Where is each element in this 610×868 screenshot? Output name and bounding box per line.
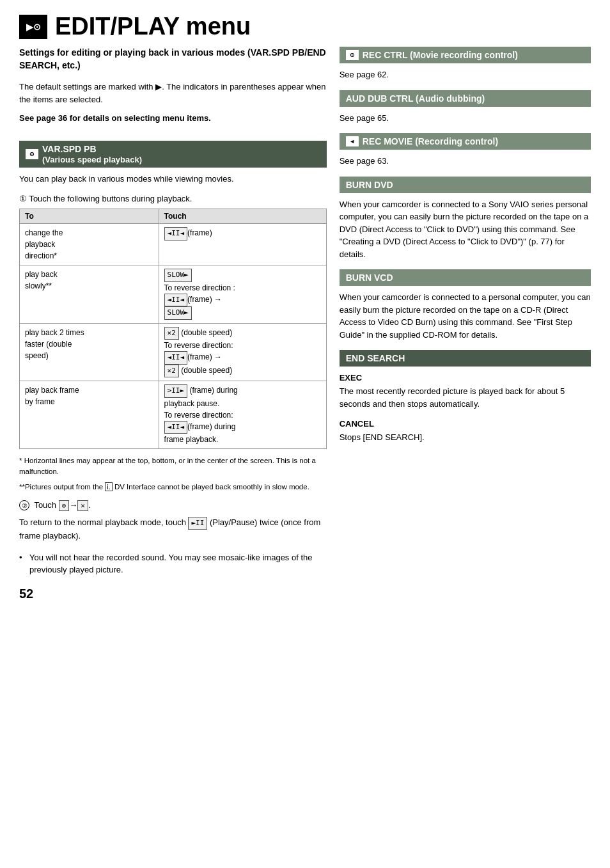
right-column: ⊙ REC CTRL (Movie recording control) See… (340, 47, 591, 601)
page-title-text: EDIT/PLAY menu (55, 13, 251, 40)
burn-dvd-header: BURN DVD (340, 177, 591, 193)
rec-movie-header: ◄ REC MOVIE (Recording control) (340, 133, 591, 150)
footnotes: * Horizontal lines may appear at the top… (19, 455, 327, 493)
table-col2: Touch (159, 209, 326, 224)
rec-ctrl-see: See page 62. (340, 68, 591, 81)
table-cell-to-2: play backslowly** (20, 265, 159, 324)
circle-2: ② (19, 500, 29, 510)
table-row: change theplaybackdirection* ◄II◄(frame) (20, 224, 327, 265)
exec-desc: The most recently recorded picture is pl… (340, 385, 591, 410)
end-search-section: END SEARCH EXEC The most recently record… (340, 350, 591, 444)
table-cell-touch-4: >II► (frame) during playback pause. To r… (159, 381, 326, 449)
table-row: play backslowly** SLOW► To reverse direc… (20, 265, 327, 324)
bullet-note: You will not hear the recorded sound. Yo… (19, 551, 327, 576)
edit-play-icon: ▶⊙ (19, 15, 47, 39)
page-number: 52 (19, 587, 327, 601)
rec-ctrl-icon: ⊙ (346, 50, 359, 60)
footnote-1: * Horizontal lines may appear at the top… (19, 455, 327, 478)
table-col1: To (20, 209, 159, 224)
normal-playback-text: To return to the normal playback mode, t… (19, 516, 327, 542)
frame-btn-3: ◄II◄ (164, 351, 188, 365)
rec-movie-see: See page 63. (340, 155, 591, 168)
frame-btn-2: ◄II◄ (164, 294, 188, 307)
cancel-desc: Stops [END SEARCH]. (340, 431, 591, 444)
var-spd-desc: You can play back in various modes while… (19, 173, 327, 185)
aud-dub-header: AUD DUB CTRL (Audio dubbing) (340, 90, 591, 107)
frame-btn-1: ◄II◄ (164, 227, 188, 241)
slow-btn: SLOW► (164, 269, 192, 282)
see-page: See page 36 for details on selecting men… (19, 112, 327, 125)
step1-text: ① Touch the following buttons during pla… (19, 194, 192, 203)
cancel-label: CANCEL (340, 419, 591, 429)
slow-btn-2: SLOW► (164, 306, 192, 320)
burn-vcd-desc: When your camcorder is connected to a pe… (340, 291, 591, 341)
exec-label: EXEC (340, 373, 591, 383)
x2-btn-2: ×2 (164, 365, 179, 378)
table-cell-touch-3: ×2 (double speed) To reverse direction: … (159, 323, 326, 381)
var-spd-pb-header: ⊙ VAR.SPD PB(Various speed playback) (19, 141, 327, 168)
table-cell-to-1: change theplaybackdirection* (20, 224, 159, 265)
aud-dub-see: See page 65. (340, 112, 591, 125)
frame-btn-4: ◄II◄ (164, 421, 188, 434)
end-search-header: END SEARCH (340, 350, 591, 367)
rec-btn: ⊙ (59, 500, 70, 511)
step2: ② Touch ⊙→✕. (19, 500, 327, 511)
frame-fwd-btn: >II► (164, 384, 188, 398)
playback-table: To Touch change theplaybackdirection* ◄I… (19, 209, 327, 449)
intro-text: The default settings are marked with ▶. … (19, 81, 327, 106)
left-column: Settings for editing or playing back in … (19, 47, 327, 601)
var-spd-icon: ⊙ (26, 149, 38, 159)
burn-dvd-desc: When your camcorder is connected to a So… (340, 198, 591, 261)
rec-movie-icon: ◄ (346, 136, 359, 146)
play-pause-btn: ►II (188, 517, 207, 530)
x2-btn: ×2 (164, 327, 179, 340)
subtitle: Settings for editing or playing back in … (19, 47, 327, 72)
table-cell-touch-2: SLOW► To reverse direction : ◄II◄(frame)… (159, 265, 326, 324)
table-row: play back frameby frame >II► (frame) dur… (20, 381, 327, 449)
table-row: play back 2 timesfaster (doublespeed) ×2… (20, 323, 327, 381)
table-cell-to-4: play back frameby frame (20, 381, 159, 449)
page-title: ▶⊙ EDIT/PLAY menu (19, 13, 591, 40)
footnote-2: **Pictures output from the i. DV Interfa… (19, 482, 327, 493)
table-cell-touch-1: ◄II◄(frame) (159, 224, 326, 265)
close-btn: ✕ (77, 500, 88, 511)
step1: ① Touch the following buttons during pla… (19, 194, 327, 203)
burn-vcd-header: BURN VCD (340, 269, 591, 286)
rec-ctrl-header: ⊙ REC CTRL (Movie recording control) (340, 47, 591, 63)
table-cell-to-3: play back 2 timesfaster (doublespeed) (20, 323, 159, 381)
